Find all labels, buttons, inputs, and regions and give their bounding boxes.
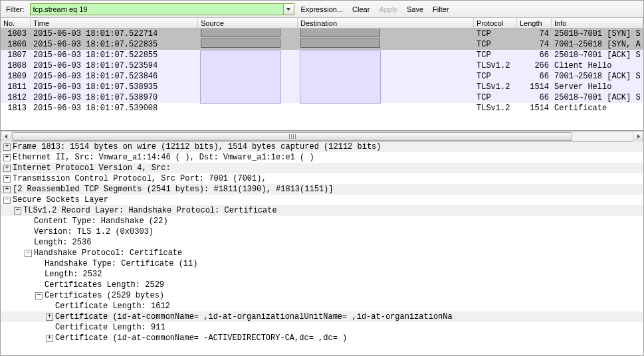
cell-protocol: TCP [474, 93, 517, 102]
cell-source [198, 39, 298, 50]
cell-length: 74 [517, 40, 552, 49]
redacted-destination-block [300, 50, 381, 104]
tree-node[interactable]: + Transmission Control Protocol, Src Por… [1, 173, 643, 184]
collapse-icon[interactable]: − [25, 250, 32, 257]
tree-node[interactable]: + Ethernet II, Src: Vmware_a1:14:46 ( ),… [1, 152, 643, 163]
filter-dropdown-btn[interactable] [283, 4, 294, 15]
tree-node[interactable]: + Frame 1813: 1514 bytes on wire (12112 … [1, 141, 643, 152]
cell-length: 1514 [517, 82, 552, 92]
chevron-down-icon [286, 7, 291, 12]
tree-node-text: Secure Sockets Layer [13, 195, 108, 205]
cell-no: 1806 [1, 40, 31, 49]
tree-node[interactable]: + Internet Protocol Version 4, Src: [1, 163, 643, 173]
tree-node-text: Certificate Length: 911 [55, 323, 165, 332]
col-length[interactable]: Length [517, 18, 552, 28]
tree-node[interactable]: Certificate Length: 911 [1, 322, 643, 333]
cell-protocol: TCP [474, 72, 517, 81]
tree-node[interactable]: Content Type: Handshake (22) [1, 216, 643, 226]
packet-details-tree[interactable]: + Frame 1813: 1514 bytes on wire (12112 … [1, 141, 643, 355]
expression-button[interactable]: Expression... [298, 4, 346, 15]
tree-node[interactable]: − Handshake Protocol: Certificate [1, 248, 643, 258]
cell-info: 7001→25018 [SYN, A [552, 40, 643, 49]
expand-icon[interactable]: + [3, 154, 11, 161]
filter-combo[interactable] [30, 3, 294, 15]
packet-row[interactable]: 18062015-06-03 18:01:07.522835TCP747001→… [1, 39, 643, 50]
collapse-icon[interactable]: − [3, 197, 11, 204]
packet-hscroll[interactable] [1, 131, 643, 141]
tree-node[interactable]: − Certificates (2529 bytes) [1, 290, 643, 301]
tree-node[interactable]: − TLSv1.2 Record Layer: Handshake Protoc… [1, 205, 643, 216]
tree-node[interactable]: Handshake Type: Certificate (11) [1, 258, 643, 269]
col-time[interactable]: Time [31, 18, 198, 28]
tree-node-text: Certificate (id-at-commonName= -ACTIVEDI… [55, 333, 347, 343]
packet-row[interactable]: 18132015-06-03 18:01:07.539008TLSv1.2151… [1, 103, 643, 114]
cell-time: 2015-06-03 18:01:07.523846 [31, 72, 198, 81]
tree-spacer [25, 228, 32, 236]
scroll-left-btn[interactable] [1, 132, 11, 141]
cell-destination [298, 39, 474, 50]
tree-node[interactable]: + Certificate (id-at-commonName= ,id-at-… [1, 312, 643, 322]
tree-node[interactable]: + Certificate (id-at-commonName= -ACTIVE… [1, 333, 643, 343]
cell-protocol: TCP [474, 50, 517, 60]
cell-no: 1813 [1, 104, 31, 113]
tree-spacer [25, 218, 32, 225]
tree-node-text: Certificates (2529 bytes) [45, 291, 164, 300]
apply-button[interactable]: Apply [376, 4, 400, 15]
tree-node[interactable]: Certificates Length: 2529 [1, 280, 643, 290]
cell-protocol: TLSv1.2 [474, 82, 517, 92]
filter-button[interactable]: Filter [430, 4, 451, 15]
cell-no: 1812 [1, 93, 31, 102]
col-no[interactable]: No. [1, 18, 31, 28]
packet-list-header[interactable]: No. Time Source Destination Protocol Len… [1, 18, 643, 29]
cell-protocol: TLSv1.2 [474, 61, 517, 70]
col-info[interactable]: Info [552, 18, 643, 28]
collapse-icon[interactable]: − [14, 207, 21, 215]
tree-node[interactable]: Length: 2532 [1, 269, 643, 280]
expand-icon[interactable]: + [3, 143, 11, 151]
tree-node[interactable]: Length: 2536 [1, 237, 643, 248]
tree-node-text: Certificates Length: 2529 [45, 280, 164, 290]
cell-info: Certificate [552, 104, 643, 113]
cell-no: 1809 [1, 72, 31, 81]
tree-spacer [46, 324, 53, 331]
redacted-source-block [200, 50, 281, 104]
collapse-icon[interactable]: − [35, 292, 43, 300]
scroll-thumb[interactable] [12, 132, 572, 141]
cell-time: 2015-06-03 18:01:07.538935 [31, 82, 198, 92]
expand-icon[interactable]: + [46, 313, 53, 321]
expand-icon[interactable]: + [3, 186, 11, 193]
filter-input[interactable] [31, 5, 283, 14]
tree-node[interactable]: Certificate Length: 1612 [1, 301, 643, 312]
save-button[interactable]: Save [404, 4, 426, 15]
tree-spacer [25, 239, 32, 246]
tree-node-text: Version: TLS 1.2 (0x0303) [34, 227, 154, 236]
tree-node-text: Handshake Protocol: Certificate [34, 248, 182, 258]
cell-no: 1803 [1, 29, 31, 39]
chevron-left-icon [4, 134, 9, 139]
tree-spacer [46, 303, 53, 310]
tree-node-text: Transmission Control Protocol, Src Port:… [13, 174, 267, 183]
scroll-right-btn[interactable] [633, 132, 643, 141]
clear-button[interactable]: Clear [350, 4, 372, 15]
expand-icon[interactable]: + [3, 165, 11, 172]
cell-no: 1808 [1, 61, 31, 70]
expand-icon[interactable]: + [3, 175, 11, 183]
cell-info: Client Hello [552, 61, 643, 70]
packet-row[interactable]: 18032015-06-03 18:01:07.522714TCP7425018… [1, 29, 643, 39]
cell-protocol: TCP [474, 40, 517, 49]
col-protocol[interactable]: Protocol [474, 18, 517, 28]
cell-no: 1811 [1, 82, 31, 92]
cell-protocol: TCP [474, 29, 517, 39]
tree-node[interactable]: − Secure Sockets Layer [1, 195, 643, 205]
col-source[interactable]: Source [198, 18, 298, 28]
packet-list[interactable]: No. Time Source Destination Protocol Len… [1, 18, 643, 131]
cell-length: 266 [517, 61, 552, 70]
filter-label: Filter: [5, 5, 26, 13]
expand-icon[interactable]: + [46, 335, 53, 342]
tree-node-text: Length: 2532 [45, 270, 102, 279]
cell-time: 2015-06-03 18:01:07.522855 [31, 50, 198, 60]
tree-node[interactable]: Version: TLS 1.2 (0x0303) [1, 226, 643, 237]
col-destination[interactable]: Destination [298, 18, 474, 28]
tree-node[interactable]: + [2 Reassembled TCP Segments (2541 byte… [1, 184, 643, 195]
cell-time: 2015-06-03 18:01:07.522714 [31, 29, 198, 39]
